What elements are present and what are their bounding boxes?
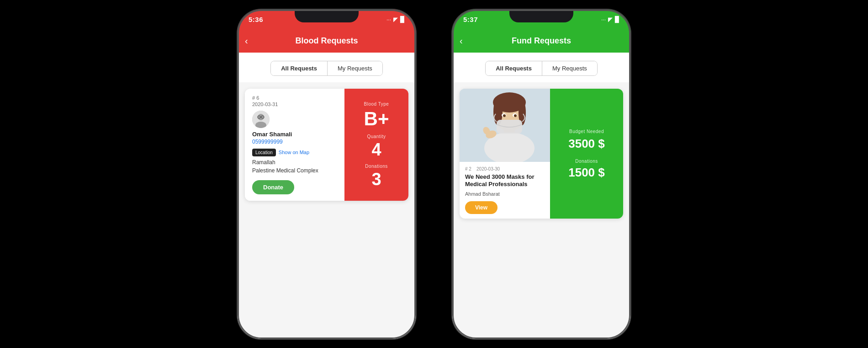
toggle-tabs-1: All Requests My Requests — [238, 53, 416, 82]
fund-title: We Need 3000 Masks for Medical Professio… — [465, 173, 545, 189]
battery-icon-1: ▉ — [400, 16, 405, 23]
fund-card-image — [460, 89, 550, 162]
signal-dots-1: ··· — [386, 16, 391, 23]
wifi-icon-2: ◤ — [608, 16, 613, 23]
donations-label-1: Donations — [365, 164, 388, 169]
tab-all-requests-2[interactable]: All Requests — [486, 61, 542, 75]
signal-dots-2: ··· — [601, 16, 606, 23]
status-icons-1: ··· ◤ ▉ — [386, 16, 405, 23]
screen-content-1: All Requests My Requests # 6 2020-03-31 — [238, 53, 416, 339]
header-bar-2: ‹ Fund Requests — [452, 30, 630, 53]
battery-icon-2: ▉ — [615, 16, 619, 23]
fund-card-left: # 2 2020-03-30 We Need 3000 Masks for Me… — [460, 89, 550, 219]
tab-my-requests-2[interactable]: My Requests — [542, 61, 597, 75]
person-name: Omar Shamali — [252, 131, 338, 138]
donate-button[interactable]: Donate — [252, 180, 294, 194]
location-row: Location Show on Map — [252, 149, 338, 156]
status-icons-2: ··· ◤ ▉ — [601, 16, 619, 23]
budget-needed-label: Budget Needed — [569, 129, 604, 134]
tab-group-2: All Requests My Requests — [485, 61, 598, 76]
back-button-1[interactable]: ‹ — [245, 36, 248, 46]
quantity-value: 4 — [371, 141, 381, 158]
card-number: # 6 — [252, 95, 338, 101]
blood-type-value: B+ — [364, 109, 389, 128]
fund-card-right: Budget Needed 3500 $ Donations 1500 $ — [550, 89, 623, 219]
view-button[interactable]: View — [465, 201, 498, 214]
donations-value-2: 1500 $ — [568, 166, 605, 178]
scene: 5:36 ··· ◤ ▉ ‹ Blood Requests All Reques… — [0, 0, 868, 348]
header-title-1: Blood Requests — [295, 36, 358, 46]
blood-request-card: # 6 2020-03-31 — [245, 89, 408, 201]
avatar-1 — [252, 111, 270, 128]
svg-rect-18 — [497, 120, 522, 134]
screen-content-2: All Requests My Requests — [452, 53, 630, 339]
svg-point-17 — [514, 114, 517, 117]
donations-value-1: 3 — [371, 171, 381, 188]
notch-1 — [295, 10, 359, 22]
phone-blood: 5:36 ··· ◤ ▉ ‹ Blood Requests All Reques… — [238, 10, 416, 339]
blood-card-left: # 6 2020-03-31 — [245, 89, 344, 201]
fund-date: 2020-03-30 — [476, 166, 500, 171]
wifi-icon-1: ◤ — [393, 16, 398, 23]
fund-card-info: # 2 2020-03-30 We Need 3000 Masks for Me… — [460, 162, 550, 219]
back-button-2[interactable]: ‹ — [460, 36, 463, 46]
location-badge: Location — [252, 149, 276, 156]
show-map-link[interactable]: Show on Map — [279, 150, 309, 155]
toggle-tabs-2: All Requests My Requests — [452, 53, 630, 82]
blood-card-right: Blood Type B+ Quantity 4 Donations 3 — [344, 89, 408, 201]
fund-number-date: # 2 2020-03-30 — [465, 166, 545, 171]
tab-my-requests-1[interactable]: My Requests — [328, 61, 382, 75]
fund-number: # 2 — [465, 166, 471, 171]
header-title-2: Fund Requests — [512, 36, 571, 46]
tab-group-1: All Requests My Requests — [270, 61, 383, 76]
header-bar-1: ‹ Blood Requests — [238, 30, 416, 53]
status-time-2: 5:37 — [463, 16, 478, 23]
notch-2 — [509, 10, 573, 22]
tab-all-requests-1[interactable]: All Requests — [271, 61, 328, 75]
svg-point-16 — [503, 114, 506, 117]
card-date: 2020-03-31 — [252, 102, 338, 107]
person-phone[interactable]: 0599999999 — [252, 139, 338, 145]
hospital-name: Palestine Medical Complex — [252, 167, 338, 174]
fund-author: Ahmad Bsharat — [465, 191, 545, 197]
status-time-1: 5:36 — [249, 16, 263, 23]
phone-fund: 5:37 ··· ◤ ▉ ‹ Fund Requests All Request… — [452, 10, 630, 339]
location-name: Ramallah — [252, 159, 338, 166]
donations-label-2: Donations — [575, 159, 598, 164]
quantity-label: Quantity — [367, 134, 386, 139]
fund-request-card: # 2 2020-03-30 We Need 3000 Masks for Me… — [460, 89, 623, 219]
budget-needed-value: 3500 $ — [568, 138, 605, 150]
blood-type-label: Blood Type — [364, 102, 389, 107]
